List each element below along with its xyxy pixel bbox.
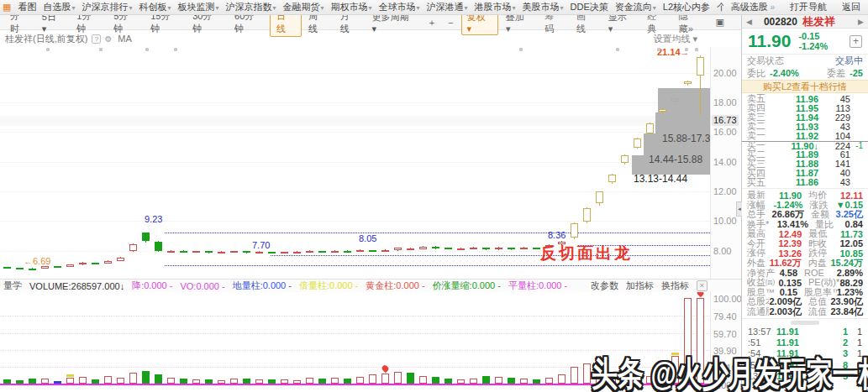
volume-bar — [583, 363, 591, 384]
menu-item-l2-core[interactable]: L2核心内参 — [660, 1, 713, 13]
volume-chart[interactable] — [0, 292, 710, 392]
bid-ask-levels: 卖五11.9645卖四11.95113卖三11.94229卖二11.9343卖一… — [742, 93, 868, 188]
tick-time: 13:58 — [748, 371, 776, 381]
price-gridline — [0, 221, 710, 222]
zoom-in-button[interactable]: + — [423, 17, 440, 29]
candle-body — [205, 251, 213, 253]
tick-volume: 5 — [826, 371, 848, 381]
candle-body — [445, 248, 452, 249]
chevron-down-icon: ▾ — [417, 4, 420, 12]
menu-item-view-chart[interactable]: 看图 — [14, 1, 39, 13]
candle-body — [571, 223, 578, 238]
chart-annotation: 8.05 — [359, 234, 376, 243]
candle-body — [684, 81, 692, 84]
last-price-band — [0, 116, 710, 126]
yellow-cap-marker — [671, 353, 679, 355]
candle-body — [268, 252, 276, 253]
close-icon[interactable]: × — [697, 280, 708, 291]
menu-item-dde-decision[interactable]: DDE决策 — [567, 1, 612, 13]
menu-item-sh-sz-bj-index[interactable]: 沪深京指数▾ — [222, 1, 279, 13]
change-percent: -1.24% — [798, 41, 828, 51]
prev-stock-button[interactable]: ◀ — [746, 18, 752, 26]
handle-grip — [791, 321, 819, 325]
stat-row: 流通股2.003亿流值23.84亿 — [742, 307, 868, 316]
l2-quotes-link[interactable]: 购买L2查看十档行情 — [742, 80, 868, 93]
weicha-label: 委差 — [827, 67, 845, 80]
candle-body — [92, 263, 99, 264]
menu-item-sector-monitor[interactable]: 板块监测▾ — [174, 1, 222, 13]
chevron-down-icon: ▾ — [513, 4, 516, 12]
menu-item-options-market[interactable]: 期权市场▾ — [328, 1, 376, 13]
indicator-param-label: 倍量柱:0.000 - — [299, 280, 358, 292]
panel-resize-handle[interactable] — [742, 318, 868, 326]
candlestick-chart[interactable]: 9.237.708.058.36←6.6921.14→反切面出龙15.88-17… — [0, 47, 710, 279]
tick-count: 8 — [848, 360, 862, 370]
price-change: -0.15 -1.24% — [798, 31, 828, 51]
stat-value: 0.135 — [778, 278, 802, 288]
menu-item-back[interactable]: 返回 — [834, 1, 868, 13]
next-stock-button[interactable]: ▶ — [858, 18, 864, 26]
event-marker-icon — [145, 48, 149, 51]
menu-item-stock-connect[interactable]: 沪深港通▾ — [423, 1, 471, 13]
candle-body — [621, 155, 629, 163]
volume-bar — [129, 373, 137, 384]
menu-item-open-navigation[interactable]: 打开导航 — [782, 1, 834, 13]
volume-bar — [508, 378, 515, 384]
indicator-param-label: 平量柱:0.000 - — [508, 280, 567, 292]
candle-body — [218, 252, 225, 253]
chart-annotation: 8.36 — [548, 231, 566, 240]
price-gridline — [0, 132, 710, 133]
add-to-watchlist-button[interactable]: + — [850, 35, 862, 48]
level-row: 买五11.8643 — [742, 178, 868, 187]
chart-annotation: 9.23 — [145, 215, 162, 224]
menu-item-advanced-picker[interactable]: 高级选股 » — [723, 1, 782, 13]
price-tick-label: 18.00 — [713, 97, 737, 107]
menu-item-stock-insights[interactable]: 个股风云▾ — [713, 1, 723, 13]
switch-indicator-button[interactable]: 换指标 — [661, 280, 689, 292]
edit-params-button[interactable]: 改参数 — [591, 280, 618, 292]
add-indicator-button[interactable]: 加指标 — [626, 280, 654, 292]
menu-item-fund-flow[interactable]: 资金流向▾ — [612, 1, 660, 13]
app-grid-icon[interactable]: ▦ — [0, 2, 14, 13]
level-volume: 43 — [818, 177, 850, 187]
tick-count: 1 — [848, 327, 862, 337]
candle-body — [356, 250, 364, 252]
candle-body — [659, 109, 666, 112]
candle-body — [29, 269, 36, 270]
volume-bar — [671, 356, 679, 384]
menu-item-financial-futures[interactable]: 金融期货▾ — [279, 1, 327, 13]
menu-item-watchlist[interactable]: 自选股▾ — [39, 1, 78, 13]
menu-item-hk-market[interactable]: 港股市场▾ — [471, 1, 519, 13]
candle-body — [104, 261, 112, 264]
menu-item-star-market[interactable]: 科创板▾ — [135, 1, 174, 13]
volume-bar — [697, 298, 704, 384]
candle-body — [293, 252, 301, 253]
tick-volume: 1 — [826, 327, 848, 337]
candle-body — [369, 250, 376, 252]
stat-value: 12.49 — [779, 229, 802, 239]
volume-bar — [155, 374, 162, 384]
menu-item-sh-sz-bj-ranking[interactable]: 沪深京排行▾ — [78, 1, 135, 13]
tick-price: 11.91 — [776, 371, 826, 381]
tick-time: :54 — [748, 348, 776, 358]
event-marker-icon — [519, 48, 523, 51]
indicator-param-label: VO:0.000 - — [180, 281, 224, 291]
chevron-down-icon: ▾ — [272, 4, 276, 12]
candle-body — [281, 252, 288, 253]
menu-item-global-markets[interactable]: 全球市场▾ — [376, 1, 423, 13]
menu-item-us-market[interactable]: 美股市场▾ — [519, 1, 567, 13]
volume-bar — [482, 376, 490, 384]
fullscreen-button[interactable]: ▣ — [710, 16, 730, 29]
panel-collapse-tab[interactable]: ◂ — [736, 201, 742, 217]
chevron-down-icon: ▾ — [215, 4, 218, 12]
tick-list[interactable]: 13:5711.9111:5111.9121:5411.9131:5711.91… — [742, 326, 868, 382]
zoom-out-button[interactable]: − — [442, 17, 459, 29]
price-tick-label: 20.00 — [713, 68, 737, 78]
tick-row: :5111.9121 — [742, 337, 868, 348]
candle-body — [495, 248, 502, 249]
indicator-param-label: 量学 — [3, 280, 22, 292]
candle-body — [79, 263, 87, 264]
volume-bar — [79, 377, 87, 384]
chart-annotation: 13.13-14.44 — [634, 174, 687, 184]
volume-bar — [608, 376, 616, 384]
